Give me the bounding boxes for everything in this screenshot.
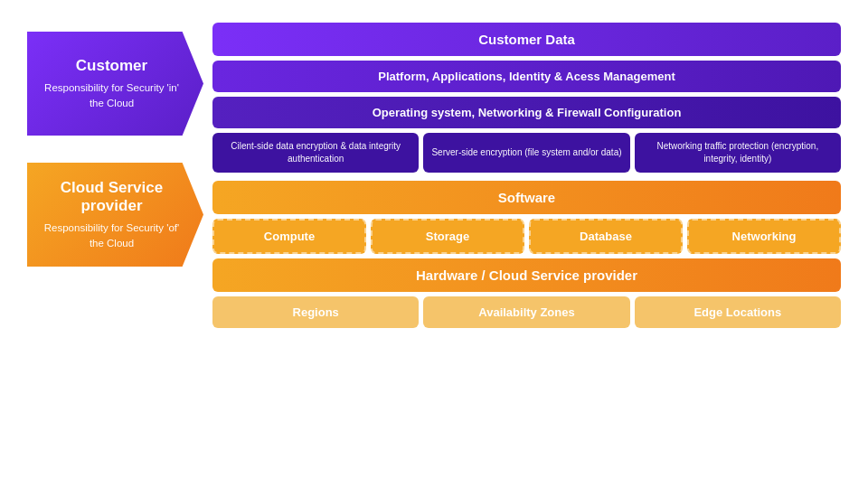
availability-item: Availabilty Zones [423, 296, 629, 328]
customer-data-bar: Customer Data [212, 23, 841, 56]
compute-item: Compute [212, 219, 366, 254]
encryption-client: Cilent-side data encryption & data integ… [212, 133, 419, 173]
right-column: Customer Data Platform, Applications, Id… [203, 23, 841, 328]
hardware-bar: Hardware / Cloud Service provider [212, 258, 841, 292]
left-column: Customer Responsibility for Security 'in… [27, 23, 203, 267]
provider-box: Cloud Service provider Responsibility fo… [27, 163, 203, 267]
encryption-row: Cilent-side data encryption & data integ… [212, 133, 841, 173]
database-item: Database [529, 219, 683, 254]
regions-item: Regions [212, 296, 419, 328]
networking-item: Networking [687, 219, 841, 254]
diagram: Customer Responsibility for Security 'in… [18, 9, 850, 479]
regions-row: Regions Availabilty Zones Edge Locations [212, 296, 841, 328]
customer-title: Customer [76, 57, 147, 75]
software-bar: Software [212, 181, 841, 214]
encryption-network: Networking traffic protection (encryptio… [635, 133, 841, 173]
edge-locations-item: Edge Locations [635, 296, 841, 328]
customer-subtitle: Responsibility for Security 'in' the Clo… [36, 80, 187, 109]
platform-bar: Platform, Applications, Identity & Acess… [212, 61, 841, 92]
customer-box: Customer Responsibility for Security 'in… [27, 32, 203, 136]
storage-item: Storage [371, 219, 524, 254]
provider-title: Cloud Service provider [36, 179, 187, 215]
compute-row: Compute Storage Database Networking [212, 219, 841, 254]
provider-subtitle: Responsibility for Security 'of' the Clo… [36, 221, 187, 249]
operating-bar: Operating system, Networking & Firewall … [212, 97, 841, 128]
encryption-server: Server-side encryption (file system and/… [423, 133, 629, 173]
